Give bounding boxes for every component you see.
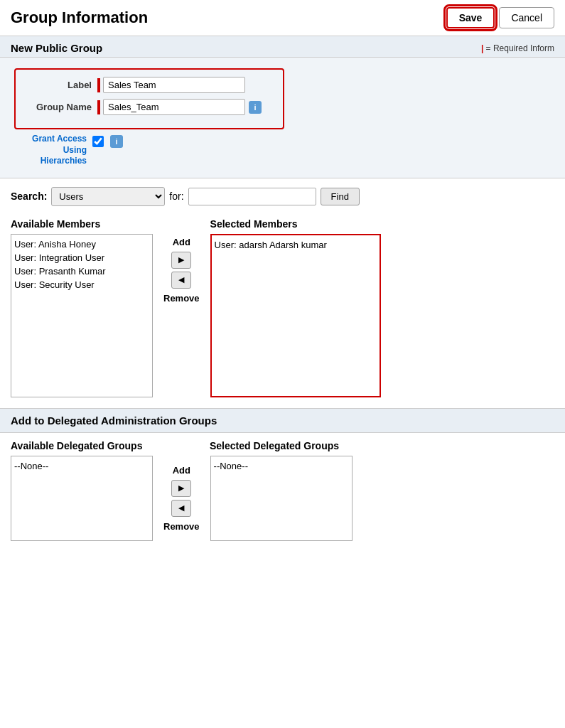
- remove-label: Remove: [163, 293, 200, 304]
- list-item[interactable]: User: adarsh Adarsh kumar: [215, 238, 377, 252]
- label-required-bar: [97, 78, 100, 92]
- find-button[interactable]: Find: [321, 188, 360, 205]
- delegated-headers: Available Delegated Groups Selected Dele…: [11, 440, 554, 451]
- list-item[interactable]: User: Integration User: [14, 251, 149, 264]
- form-section: Label Group Name i Grant Access Using Hi…: [0, 58, 565, 178]
- list-item[interactable]: User: Security User: [14, 278, 149, 291]
- group-name-row: Group Name i: [26, 99, 272, 115]
- header-buttons: Save Cancel: [446, 7, 554, 28]
- delegated-add-remove-col: Add ▶ ◀ Remove: [153, 456, 210, 541]
- selected-members-list[interactable]: User: adarsh Adarsh kumar: [210, 234, 381, 397]
- available-members-header: Available Members: [11, 218, 153, 230]
- members-section: Available Members User: Anisha Honey Use…: [0, 215, 565, 408]
- required-mark: |: [481, 43, 483, 53]
- delegated-add-button[interactable]: ▶: [171, 480, 191, 497]
- delegated-layout: --None-- Add ▶ ◀ Remove --None--: [11, 456, 554, 541]
- search-dropdown[interactable]: Users Roles Roles and Subordinates Queue…: [51, 187, 165, 206]
- grant-access-checkbox[interactable]: [92, 136, 104, 147]
- grant-access-label: Grant Access Using Hierarchies: [21, 134, 92, 167]
- grant-access-row: Grant Access Using Hierarchies i: [14, 134, 551, 167]
- available-delegated-list[interactable]: --None--: [11, 456, 153, 541]
- search-bar: Search: Users Roles Roles and Subordinat…: [0, 178, 565, 215]
- label-field-label: Label: [26, 80, 97, 90]
- selected-members-col: Selected Members User: adarsh Adarsh kum…: [210, 218, 381, 397]
- delegated-section: Available Delegated Groups Selected Dele…: [0, 433, 565, 552]
- selected-members-header: Selected Members: [210, 218, 381, 230]
- grant-access-controls: i: [92, 134, 123, 148]
- label-row: Label: [26, 77, 272, 93]
- delegated-remove-button[interactable]: ◀: [171, 500, 191, 517]
- members-layout: Available Members User: Anisha Honey Use…: [11, 218, 554, 397]
- for-label: for:: [169, 191, 183, 202]
- search-label: Search:: [11, 191, 47, 202]
- list-item[interactable]: --None--: [14, 459, 149, 473]
- available-delegated-header: Available Delegated Groups: [11, 440, 153, 451]
- delegated-remove-label: Remove: [163, 521, 200, 532]
- remove-button[interactable]: ◀: [171, 272, 191, 289]
- group-name-input[interactable]: [103, 99, 245, 115]
- available-members-col: Available Members User: Anisha Honey Use…: [11, 218, 153, 397]
- required-info: | = Required Inform: [481, 43, 554, 53]
- grant-access-info-icon[interactable]: i: [110, 135, 123, 148]
- available-members-list[interactable]: User: Anisha Honey User: Integration Use…: [11, 234, 153, 397]
- form-section-inner: Label Group Name i: [14, 68, 284, 129]
- selected-delegated-list[interactable]: --None--: [210, 456, 353, 541]
- page-title: Group Information: [11, 9, 446, 27]
- list-item[interactable]: User: Prasanth Kumar: [14, 264, 149, 278]
- cancel-button[interactable]: Cancel: [499, 7, 554, 28]
- add-remove-col: Add ▶ ◀ Remove: [153, 237, 210, 304]
- search-for-input[interactable]: [188, 188, 316, 205]
- save-button[interactable]: Save: [446, 7, 495, 28]
- delegated-add-label: Add: [173, 465, 190, 476]
- list-item[interactable]: User: Anisha Honey: [14, 237, 149, 251]
- group-name-label: Group Name: [26, 102, 97, 112]
- delegated-section-header: Add to Delegated Administration Groups: [11, 414, 217, 427]
- selected-delegated-header: Selected Delegated Groups: [210, 440, 352, 451]
- add-label: Add: [173, 237, 190, 247]
- label-input[interactable]: [103, 77, 245, 93]
- new-public-group-header: New Public Group: [11, 42, 102, 54]
- page-header: Group Information Save Cancel: [0, 0, 565, 36]
- add-button[interactable]: ▶: [171, 252, 191, 269]
- list-item[interactable]: --None--: [214, 459, 349, 473]
- group-name-info-icon[interactable]: i: [249, 101, 262, 114]
- group-name-required-bar: [97, 100, 100, 114]
